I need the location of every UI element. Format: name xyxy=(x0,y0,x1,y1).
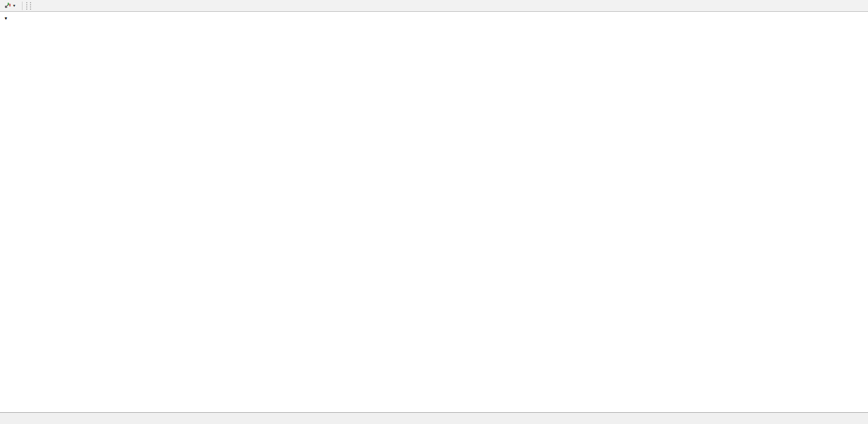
top-toolbar: ▼ xyxy=(0,0,868,12)
toolbar-separator xyxy=(22,2,22,10)
toolbar-grip[interactable] xyxy=(26,2,31,10)
symbol-tabs-bar xyxy=(0,412,868,424)
chart-tool-button[interactable]: ▼ xyxy=(0,0,19,11)
chart-canvas[interactable] xyxy=(0,0,868,412)
dropdown-caret-icon: ▼ xyxy=(12,4,16,8)
chart-pointer-icon xyxy=(3,2,11,10)
